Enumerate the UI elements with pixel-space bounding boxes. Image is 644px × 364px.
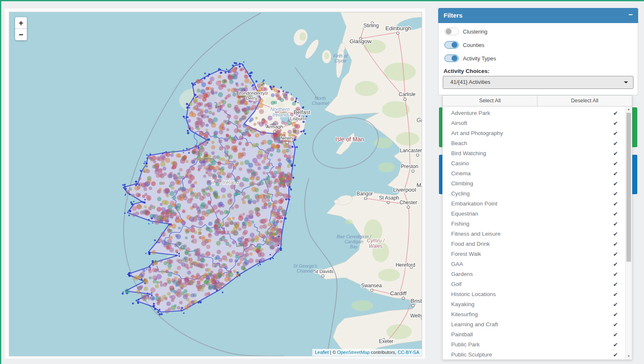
deselect-all-button[interactable]: Deselect All (538, 96, 632, 106)
svg-text:Carlisle: Carlisle (399, 91, 415, 97)
activity-option-bird-watching[interactable]: Bird Watching✔ (443, 148, 632, 159)
checkmark-icon: ✔ (613, 309, 618, 320)
activity-label: Learning and Craft (451, 321, 498, 328)
select-all-button[interactable]: Select All (443, 96, 538, 106)
checkmark-icon: ✔ (613, 199, 618, 209)
activity-option-historic-locations[interactable]: Historic Locations✔ (443, 289, 632, 299)
checkmark-icon: ✔ (613, 249, 618, 259)
activity-option-casino[interactable]: Casino✔ (443, 159, 632, 169)
svg-text:Channel: Channel (312, 101, 330, 106)
activity-label: Climbing (451, 180, 473, 187)
chevron-down-icon (624, 81, 628, 83)
license-link[interactable]: CC-BY-SA (397, 350, 419, 355)
svg-text:Cardigan: Cardigan (345, 239, 364, 244)
collapse-panel-button[interactable]: − (628, 8, 633, 22)
activity-label: Public Park (451, 341, 480, 348)
checkmark-icon: ✔ (613, 159, 618, 169)
svg-text:Bristol: Bristol (410, 298, 422, 304)
openstreetmap-link[interactable]: OpenStreetMap (337, 350, 370, 355)
dropdown-buttons: Select All Deselect All (442, 95, 632, 107)
zoom-out-button[interactable]: − (15, 29, 27, 40)
activity-choices-select[interactable]: 41/{41} Activities (443, 76, 634, 89)
filters-title: Filters (444, 8, 462, 23)
activity-option-art-and-photography[interactable]: Art and Photography✔ (443, 128, 632, 138)
checkmark-icon: ✔ (613, 148, 618, 159)
checkmark-icon: ✔ (613, 350, 618, 360)
activity-option-golf[interactable]: Golf✔ (443, 279, 632, 289)
svg-text:Bae Ceredigion /: Bae Ceredigion / (337, 234, 371, 239)
toggle-knob (452, 55, 457, 61)
checkmark-icon: ✔ (613, 259, 618, 269)
activity-label: Kitesurfing (451, 311, 478, 317)
leaflet-link[interactable]: Leaflet (315, 350, 329, 355)
checkmark-icon: ✔ (613, 320, 618, 330)
toggle-label: Clustering (463, 29, 488, 35)
activity-option-beach[interactable]: Beach✔ (443, 138, 632, 148)
activity-label: Cinema (451, 170, 471, 177)
activity-option-fishing[interactable]: Fishing✔ (443, 219, 632, 229)
activity-option-public-sculpture[interactable]: Public Sculpture✔ (443, 350, 632, 360)
activity-option-public-park[interactable]: Public Park✔ (443, 340, 632, 350)
activity-option-kitesurfing[interactable]: Kitesurfing✔ (443, 309, 632, 320)
activity-option-airsoft[interactable]: Airsoft✔ (443, 118, 632, 128)
activity-option-food-and-drink[interactable]: Food and Drink✔ (443, 239, 632, 249)
svg-text:St Asaph: St Asaph (379, 195, 399, 201)
svg-text:Wales: Wales (369, 243, 382, 249)
svg-text:Newry: Newry (280, 135, 294, 140)
activity-option-cycling[interactable]: Cycling✔ (443, 189, 632, 199)
filters-panel-header: Filters − (438, 8, 638, 23)
svg-text:Belfast: Belfast (293, 109, 310, 115)
svg-text:Swansea: Swansea (361, 283, 382, 289)
svg-text:Armagh: Armagh (266, 124, 283, 129)
toggle-row-clustering: Clustering (444, 27, 488, 36)
svg-text:Isle of Man: Isle of Man (335, 136, 364, 143)
activity-label: Equestrian (451, 211, 478, 217)
activity-option-gaa[interactable]: GAA✔ (443, 259, 632, 269)
toggle-row-counties: Counties (444, 41, 484, 49)
svg-text:Exeter: Exeter (379, 338, 394, 344)
svg-text:Northern: Northern (270, 107, 290, 112)
activity-label: Bird Watching (451, 150, 486, 156)
scrollbar-down-arrow[interactable]: ▼ (626, 354, 632, 359)
svg-text:Clyde: Clyde (335, 58, 346, 63)
svg-text:Chester: Chester (400, 200, 417, 205)
clustering-toggle[interactable] (444, 28, 459, 35)
zoom-in-button[interactable]: + (15, 17, 27, 29)
leaflet-map[interactable]: Éire / IrelandStirlingEdinburghGlasgowCa… (9, 12, 422, 356)
svg-text:Derry: Derry (246, 96, 257, 101)
activity-label: GAA (451, 261, 463, 267)
svg-text:Edinburgh: Edinburgh (385, 25, 411, 31)
svg-text:Channel: Channel (297, 268, 314, 273)
checkmark-icon: ✔ (613, 179, 618, 189)
scrollbar-up-arrow[interactable]: ▲ (626, 107, 632, 112)
activity-option-climbing[interactable]: Climbing✔ (443, 179, 632, 189)
svg-text:Lisburn: Lisburn (290, 116, 305, 121)
activity-types-toggle[interactable] (444, 55, 459, 62)
svg-text:Lancaster: Lancaster (400, 148, 422, 153)
activity-option-forest-walk[interactable]: Forest Walk✔ (443, 249, 632, 259)
activity-option-embarkation-point[interactable]: Embarkation Point✔ (443, 199, 632, 209)
svg-text:Ma: Ma (417, 182, 422, 188)
counties-toggle[interactable] (444, 41, 459, 49)
activity-option-fitness-and-leisure[interactable]: Fitness and Leisure✔ (443, 229, 632, 239)
activity-dropdown: Select All Deselect All Adventure Park✔A… (442, 95, 632, 360)
activity-option-adventure-park[interactable]: Adventure Park✔ (443, 108, 632, 118)
scrollbar-thumb[interactable] (626, 113, 631, 262)
activity-option-learning-and-craft[interactable]: Learning and Craft✔ (443, 320, 632, 330)
svg-text:Cymru /: Cymru / (367, 238, 385, 244)
toggle-row-activity-types: Activity Types (444, 54, 496, 62)
svg-text:St George's: St George's (293, 263, 317, 268)
scrollbar[interactable]: ▲ ▼ (625, 107, 632, 359)
activity-option-equestrian[interactable]: Equestrian✔ (443, 209, 632, 219)
svg-text:Firth of: Firth of (333, 53, 348, 58)
checkmark-icon: ✔ (613, 189, 618, 199)
map-canvas[interactable]: Éire / IrelandStirlingEdinburghGlasgowCa… (9, 12, 422, 356)
activity-option-gardens[interactable]: Gardens✔ (443, 269, 632, 279)
activity-option-paintball[interactable]: Paintball✔ (443, 330, 632, 340)
checkmark-icon: ✔ (613, 219, 618, 229)
activity-label: Golf (451, 281, 462, 287)
activity-option-kayaking[interactable]: Kayaking✔ (443, 299, 632, 309)
activity-label: Public Sculpture (451, 351, 492, 358)
activity-label: Fitness and Leisure (451, 231, 501, 237)
activity-option-cinema[interactable]: Cinema✔ (443, 169, 632, 179)
